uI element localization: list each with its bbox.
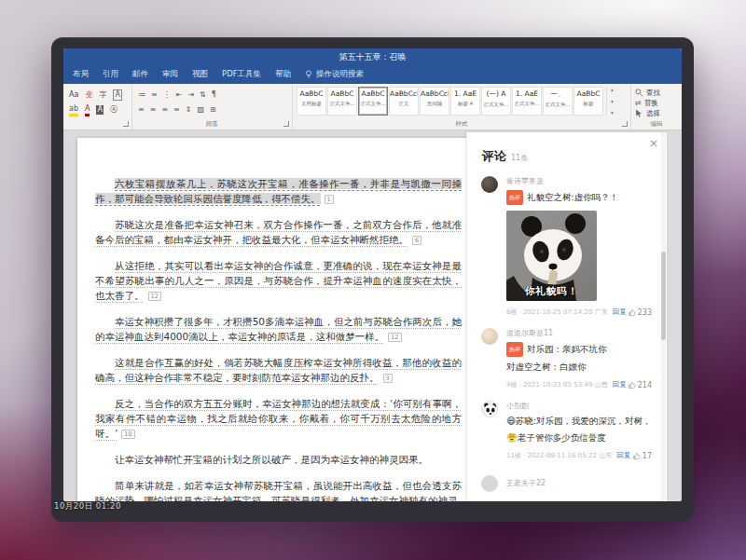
numbering-icon[interactable]: ≡	[151, 90, 158, 100]
styles-dialog-launcher[interactable]	[622, 121, 628, 127]
close-icon[interactable]: ×	[649, 137, 658, 150]
scrollbar-thumb[interactable]	[661, 252, 666, 340]
reply-link[interactable]: 回复	[613, 307, 627, 317]
tab-view[interactable]: 视图	[192, 69, 208, 80]
shading-icon[interactable]: ▨	[198, 105, 205, 115]
panel-scrollbar[interactable]	[661, 132, 666, 501]
comment-count-marker[interactable]: 3	[383, 374, 393, 383]
justify-icon[interactable]: ≡	[173, 105, 180, 115]
comment-username: 道道尔斯基11	[506, 328, 652, 338]
align-center-icon[interactable]: ≡	[150, 105, 157, 115]
replace-button[interactable]: ⇄ 替换	[635, 98, 680, 108]
change-case-icon[interactable]: Aa	[69, 90, 78, 100]
font-dialog-launcher[interactable]	[123, 121, 129, 127]
comment-item: 小别剧 😄苏晓:对乐园，我爱的深沉，对树， 😤老子管你多少负信誉度 11楼 · …	[467, 389, 667, 460]
sort-icon[interactable]: ⇅	[200, 90, 206, 100]
like-button[interactable]: 17	[632, 452, 652, 460]
style-item[interactable]: (一) A 正式文件...	[481, 87, 511, 116]
tell-me-search[interactable]: 操作说明搜索	[305, 69, 364, 80]
style-item-selected[interactable]: AaBbC 正式文件...	[358, 87, 388, 116]
tab-help[interactable]: 帮助	[275, 69, 291, 80]
tab-mailings[interactable]: 邮件	[132, 69, 148, 80]
style-item[interactable]: AaBbC 正式文件...	[327, 87, 357, 116]
align-left-icon[interactable]: ≡	[138, 105, 145, 115]
comment-text: 😤老子管你多少负信誉度	[506, 432, 606, 443]
comment-count-marker[interactable]: 12	[388, 333, 401, 342]
line-spacing-icon[interactable]: ⇕	[186, 105, 192, 115]
hot-badge: 热评	[506, 342, 523, 357]
tab-review[interactable]: 审阅	[162, 69, 178, 80]
comment-text: 对乐园：亲妈不坑你	[527, 344, 607, 354]
comment-username: 小别剧	[506, 401, 652, 411]
align-right-icon[interactable]: ≡	[161, 105, 168, 115]
styles-scroll-up-icon[interactable]: ▴	[611, 87, 614, 92]
find-button[interactable]: 查找	[635, 88, 680, 98]
thumb-up-icon	[628, 308, 636, 317]
character-shading-icon[interactable]: A	[96, 105, 103, 115]
comment-count-marker[interactable]: 12	[148, 292, 161, 301]
decrease-indent-icon[interactable]: ⇤	[176, 90, 183, 100]
character-border-icon[interactable]: A	[113, 89, 121, 101]
comment-count-marker[interactable]: 1	[325, 195, 334, 204]
paragraph: 反之，当合作的双方五五分账时，幸运女神那边的想法就变成：‘你可别有事啊，我家有件…	[95, 397, 462, 441]
paragraph: 简单来讲就是，如若幸运女神帮苏晓开宝箱，虽说能开出高收益，但也会透支苏晓的运势，…	[95, 479, 462, 501]
comment-count-marker[interactable]: 10	[121, 430, 134, 439]
increase-indent-icon[interactable]: ⇥	[187, 90, 194, 100]
styles-scroll-down-icon[interactable]: ▾	[611, 99, 614, 104]
replace-icon: ⇄	[635, 99, 642, 107]
document-page[interactable]: 六枚宝箱摆放茶几上，苏晓这次开宝箱，准备操作一番，并非是与凯撒一同操作，那可能会…	[77, 138, 480, 501]
comments-panel: × 评论11条 青诗苹果派 热评礼貌空之树:虚你吗？！	[466, 132, 667, 501]
comment-username: 王老夫子22	[506, 478, 652, 488]
desktop-background: 10月20日 01:20 第五十五章：召唤 布局 引用 邮件 审阅 视图 PDF…	[0, 0, 746, 560]
meme-caption: 你礼貌吗！	[506, 285, 597, 298]
ribbon-tab-row: 布局 引用 邮件 审阅 视图 PDF工具集 帮助 操作说明搜索	[63, 65, 682, 84]
comment-count-marker[interactable]: 6	[412, 236, 421, 245]
style-item[interactable]: 1. AaE 标题 4	[450, 87, 480, 116]
paragraph: 从这拒绝，其实可以看出幸运女神的合作诚意，更准确的说，现在幸运女神是最不希望苏晓…	[95, 259, 462, 303]
style-item[interactable]: AaBbCcD 正文	[389, 87, 419, 116]
styles-gallery-more-icon[interactable]: ▾	[611, 110, 614, 116]
select-button[interactable]: 选择	[635, 108, 680, 118]
phonetic-guide-icon[interactable]: 变	[85, 90, 92, 100]
document-area: 六枚宝箱摆放茶几上，苏晓这次开宝箱，准备操作一番，并非是与凯撒一同操作，那可能会…	[63, 130, 682, 501]
font-color-icon[interactable]: A	[85, 104, 90, 116]
enclose-character-icon[interactable]: Ⓐ	[110, 105, 117, 115]
borders-icon[interactable]: ⊞	[210, 105, 216, 115]
styles-group: AaBbC 文档标题 AaBbC 正式文件... AaBbC 正式文件... A…	[293, 84, 631, 130]
tab-pdf-tools[interactable]: PDF工具集	[222, 69, 261, 80]
style-item[interactable]: AaBbC 文档标题	[297, 87, 326, 116]
like-button[interactable]: 214	[628, 381, 652, 389]
reply-link[interactable]: 回复	[616, 451, 630, 460]
like-count: 214	[638, 381, 652, 389]
comment-meta: 4楼 · 2021-10-23 05:53:49 山西	[506, 380, 608, 389]
paragraph-dialog-launcher[interactable]	[283, 121, 289, 127]
character-scale-icon[interactable]: 字	[99, 90, 106, 100]
show-marks-icon[interactable]: ¶	[212, 90, 216, 100]
paragraph: 苏晓这次是准备把幸运女神召来，双方合作操作一番，之前双方合作后，他就准备今后的宝…	[95, 218, 462, 248]
bullets-icon[interactable]: ≔	[138, 90, 145, 100]
tab-layout[interactable]: 布局	[73, 69, 89, 80]
thumb-up-icon	[632, 452, 641, 460]
comment-item: 王老夫子22	[467, 460, 667, 488]
panda-meme-image[interactable]: 你礼貌吗！	[506, 211, 597, 301]
styles-group-label: 样式	[293, 120, 630, 129]
style-item[interactable]: AaBbC 标题	[573, 87, 603, 116]
paragraph: 幸运女神积攒了很多年，才积攒50多滴幸运神血，但之前与苏晓合作两次后，她的幸运神…	[95, 315, 462, 345]
comment-item: 青诗苹果派 热评礼貌空之树:虚你吗？！	[467, 165, 667, 317]
style-item[interactable]: 1. AaE 正式文件...	[512, 87, 542, 116]
tab-references[interactable]: 引用	[103, 69, 118, 80]
comment-item: 道道尔斯基11 热评对乐园：亲妈不坑你 对虚空之树：白嫖你 4楼 · 2021-…	[467, 317, 667, 389]
reply-link[interactable]: 回复	[613, 380, 627, 389]
multilevel-list-icon[interactable]: ⋮	[163, 90, 171, 100]
highlight-color-icon[interactable]: ab	[69, 104, 78, 116]
like-count: 233	[638, 308, 652, 317]
style-item[interactable]: 一、 正式文件...	[543, 87, 573, 116]
screen-frame: 第五十五章：召唤 布局 引用 邮件 审阅 视图 PDF工具集 帮助 操作说明搜索	[51, 37, 694, 522]
paragraph-group-label: 段落	[132, 120, 292, 129]
comment-text: 礼貌空之树:虚你吗？！	[527, 192, 618, 202]
title-bar: 第五十五章：召唤	[63, 48, 682, 65]
comments-title: 评论	[482, 149, 506, 163]
cursor-icon	[635, 109, 643, 117]
like-button[interactable]: 233	[628, 308, 652, 317]
style-item[interactable]: AaBbCcD 无间隔	[420, 87, 449, 116]
